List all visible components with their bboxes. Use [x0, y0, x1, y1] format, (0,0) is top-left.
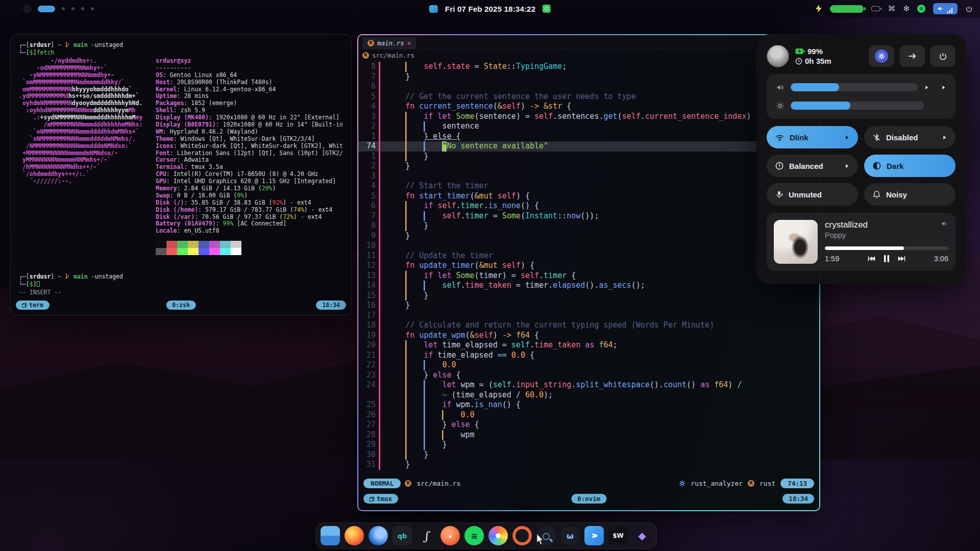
avatar[interactable] [767, 45, 789, 67]
workspace-indicators [23, 5, 94, 13]
tab-close-icon[interactable]: × [407, 40, 411, 47]
output-speaker-icon[interactable] [941, 220, 948, 239]
brightness-slider[interactable] [791, 102, 924, 110]
toggle-disabled[interactable]: Disabled [864, 126, 955, 148]
dock-icon-tangerine-app[interactable]: ▴ [440, 526, 460, 545]
toggle-label: Noisy [886, 190, 907, 199]
mic-icon [775, 190, 783, 199]
dock-icon-discord[interactable]: ω [560, 526, 580, 545]
power-button[interactable] [930, 45, 955, 67]
dock-icon-obsidian[interactable]: ◆ [632, 526, 652, 545]
gutter-bar [379, 201, 380, 211]
code-line: 1 } [358, 152, 819, 162]
dock-icon-photos[interactable] [488, 526, 508, 545]
tmux-session[interactable]: tmux [363, 494, 398, 504]
dock-icon-qbittorrent[interactable]: qb [393, 526, 412, 545]
workspace-dot[interactable] [62, 7, 65, 10]
command-icon[interactable]: ⌘ [888, 4, 895, 13]
dock-icon-files[interactable] [321, 526, 340, 545]
messages-icon[interactable] [429, 5, 438, 13]
power-icon[interactable] [965, 5, 973, 13]
track-progress[interactable] [825, 246, 948, 250]
workspace-special-dot[interactable] [23, 5, 31, 13]
code-line: 22 0.0 [358, 360, 819, 370]
dock-icon-ring-app[interactable] [512, 526, 532, 545]
previous-button[interactable] [868, 256, 875, 262]
quick-toggles: DlinkDisabledBalancedDarkUnmutedNoisy [767, 126, 955, 206]
palette-swatch [199, 241, 209, 248]
editor-window[interactable]: R main.rs × R src/main.rs 8 self.state =… [357, 34, 820, 511]
dock-icon-thunderbird[interactable] [369, 526, 388, 545]
gutter-bar [379, 390, 380, 400]
palette-swatch [209, 248, 220, 255]
chevron-right-icon[interactable] [844, 163, 850, 169]
logout-button[interactable] [899, 45, 925, 67]
power-icon [939, 52, 947, 61]
line-number: 10 [358, 241, 379, 251]
ascii-logo-line: :oyhhdNMMMMMMMNNNmmddhhhhhyymMh [19, 107, 145, 114]
chevron-right-icon[interactable] [942, 135, 947, 140]
audio-pill[interactable] [933, 3, 958, 14]
toggle-balanced[interactable]: Balanced [767, 155, 858, 177]
menu-clock[interactable]: Fri 07 Feb 2025 18:34:22 [445, 5, 535, 13]
dock-icon-spotify[interactable]: ≋ [464, 526, 484, 545]
code-line: ↪ (time_elapsed / 60.0); [358, 390, 819, 400]
gutter-bar [379, 410, 380, 420]
toggle-dark[interactable]: Dark [864, 155, 955, 177]
tmux-window[interactable]: 0:zsh [166, 300, 196, 310]
workspace-dot[interactable] [81, 7, 84, 10]
workspace-dot[interactable] [91, 7, 94, 10]
line-number: 9 [358, 231, 379, 241]
tmux-session[interactable]: term [16, 300, 50, 310]
dock-icon-swirl-app[interactable]: ʃ [416, 526, 436, 545]
mouse-cursor [535, 534, 546, 546]
code-line: 26 0.0 [358, 410, 819, 420]
battery-indicator[interactable] [830, 5, 864, 13]
screen-record-icon[interactable] [543, 5, 551, 13]
tmux-window[interactable]: 0:nvim [571, 494, 606, 504]
toggle-noisy[interactable]: Noisy [864, 183, 955, 206]
asterisk-icon[interactable]: ✻ [903, 4, 910, 13]
window-icon [22, 303, 27, 308]
album-art[interactable] [774, 220, 818, 264]
workspace-dot[interactable] [71, 7, 75, 10]
gutter-bar [379, 82, 380, 92]
brightness-slider-fill [791, 102, 850, 110]
terminal-window[interactable]: ┌─[srdusr] ~ main -unstaged └─[$]fetch -… [10, 34, 352, 315]
chevron-right-icon[interactable] [844, 135, 850, 140]
palette-swatch [166, 241, 177, 248]
toggle-dlink[interactable]: Dlink [767, 126, 858, 148]
tab-main-rs[interactable]: R main.rs × [362, 37, 416, 49]
dock-icon-firefox[interactable] [345, 526, 364, 545]
toggle-label: Dark [887, 162, 903, 170]
dock-glyph: ω [567, 531, 574, 541]
tray-battery-icon[interactable] [871, 6, 880, 11]
dock-icon-vscode[interactable]: ∨ [584, 526, 604, 545]
dock-glyph: ▴ [449, 532, 452, 539]
gutter-bar [379, 291, 380, 301]
dock-icon-dollar-w-app[interactable]: $W [608, 526, 628, 545]
cursor-position: 74:13 [780, 479, 814, 488]
code-buffer[interactable]: 8 self.state = State::TypingGame;7 }65 /… [358, 61, 819, 477]
chevron-right-icon[interactable] [924, 85, 929, 90]
chevron-right-icon[interactable] [941, 85, 946, 90]
ascii-logo-line: `sNMMMMMMMMNNNmmmdddddmNMmhs/. [19, 136, 145, 143]
ascii-logo-line: /NMMMMMMMMNNNNNmmmdddmNMNdso:` [19, 143, 145, 150]
spotify-tray-icon[interactable]: ≋ [917, 5, 925, 13]
toggle-unmuted[interactable]: Unmuted [767, 183, 858, 206]
code-line: 2 sentence [358, 121, 819, 132]
rust-lang-icon: R [748, 480, 754, 487]
volume-slider[interactable] [791, 83, 918, 91]
next-button[interactable] [898, 256, 905, 262]
line-number: 11 [358, 251, 379, 261]
pause-button[interactable] [884, 255, 890, 262]
workspace-active-pill[interactable] [38, 6, 55, 12]
palette-swatch [209, 241, 220, 248]
settings-button[interactable] [869, 45, 894, 67]
code-line: 8 self.state = State::TypingGame; [358, 62, 819, 72]
ascii-logo-line: oyhdmNMMMMMMMNdyooydmddddhhhhyhNd. [19, 100, 145, 107]
code-line: 29 } [358, 440, 819, 450]
statusline-filename: src/main.rs [416, 480, 460, 487]
code-line: 10 [358, 241, 819, 251]
gear-icon [875, 49, 888, 63]
